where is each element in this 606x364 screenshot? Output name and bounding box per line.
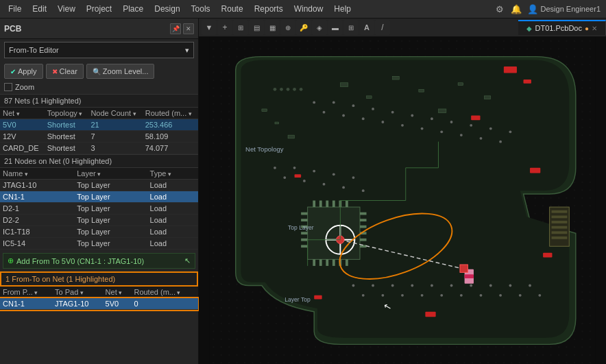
layer-col-header[interactable]: Layer [74,168,147,180]
table-row[interactable]: D2-2 Top Layer Load [0,215,198,226]
pin-button[interactable]: 📌 [170,23,181,34]
settings-icon[interactable]: ⚙ [492,1,508,17]
tab-close-button[interactable]: ✕ [592,25,597,32]
grid-icon[interactable]: ⊞ [233,20,248,35]
zoom-checkbox[interactable] [4,83,12,91]
pcbdoc-tab[interactable]: ◆ DT01.PcbDoc ● ✕ [518,20,606,35]
menu-item-tools[interactable]: Tools [186,2,216,16]
svg-point-74 [499,294,502,297]
svg-rect-18 [262,109,267,112]
layer-cell: Top Layer [74,215,147,226]
svg-rect-85 [301,245,308,247]
fromp-col-header[interactable]: From P... [0,287,52,298]
layer-cell: Top Layer [74,203,147,215]
pcb-canvas[interactable]: ↖ Net Topology Top Layer Layer Top [199,37,606,364]
table-row[interactable]: 5V0 Shortest 21 253.466 [0,119,198,131]
topad-col-header[interactable]: To Pad [52,287,103,298]
table-row[interactable]: IC1-T18 Top Layer Load [0,226,198,238]
clear-button[interactable]: ✖ Clear [46,64,84,79]
filter-icon[interactable]: ▼ [202,20,217,35]
svg-point-65 [411,284,413,287]
svg-point-28 [313,101,315,104]
square-icon[interactable]: ◈ [312,20,327,35]
text-icon[interactable]: A [359,20,374,35]
layer-cell: Top Layer [74,191,147,203]
svg-point-44 [470,124,472,127]
menu-item-window[interactable]: Window [289,2,329,16]
svg-rect-99 [319,259,322,266]
table-row[interactable]: JTAG1-10 Top Layer Load [0,180,198,191]
menu-item-help[interactable]: Help [328,2,356,16]
nodecount-cell: 21 [88,119,142,131]
key-icon[interactable]: 🔑 [296,20,311,35]
svg-point-66 [421,294,424,297]
svg-point-58 [362,189,365,192]
grid2-icon[interactable]: ⊞ [343,20,359,35]
svg-rect-25 [438,109,446,113]
add-fromto-button[interactable]: ⊕ Add From To 5V0 (CN1-1 : JTAG1-10) ↖ [3,253,195,269]
line-icon[interactable]: / [375,20,390,35]
table-row[interactable]: IC5-14 Top Layer Load [0,238,198,250]
table-row[interactable]: IC6-5 Top Layer Load [0,250,198,251]
svg-point-68 [440,294,443,297]
svg-rect-81 [301,219,308,221]
clear-icon: ✖ [52,68,58,75]
svg-rect-5 [471,115,480,120]
editor-dropdown[interactable]: From-To Editor ▾ [4,42,194,58]
route-icon[interactable]: ⊕ [280,20,295,35]
svg-rect-22 [367,96,372,99]
measure-icon[interactable]: ▬ [328,20,343,35]
user-icon[interactable]: 👤 [524,1,541,17]
panel-controls: 📌 ✕ [170,23,194,34]
type-cell: Load [147,238,198,250]
topad-cell: JTAG1-10 [52,298,103,310]
name-cell: CN1-1 [0,191,74,203]
net-col-header2[interactable]: Net [103,287,132,298]
routed-col-header[interactable]: Routed (m... [143,108,198,119]
svg-point-55 [332,173,335,175]
menu-item-file[interactable]: File [3,2,27,16]
apply-button[interactable]: ✔ Apply [4,64,43,79]
svg-rect-110 [552,236,568,239]
net-col-header[interactable]: Net [0,108,45,119]
table-row[interactable]: 12V Shortest 7 58.109 [0,131,198,143]
zoom-checkbox-label: Zoom [15,83,34,91]
notification-icon[interactable]: 🔔 [508,1,524,17]
name-col-header[interactable]: Name [0,168,74,180]
nodecount-col-header[interactable]: Node Count [88,108,142,119]
fromto-section: 1 From-To on Net (1 Highlighted) From P.… [0,271,198,310]
table-row[interactable]: D2-1 Top Layer Load [0,203,198,215]
menu-item-design[interactable]: Design [149,2,185,16]
net-cell: CARD_DE [0,143,45,154]
user-label: Design Engineer1 [541,5,601,13]
table-row[interactable]: CARD_DE Shortest 3 74.077 [0,143,198,154]
menu-item-edit[interactable]: Edit [27,2,52,16]
menu-item-project[interactable]: Project [81,2,117,16]
routed2-col-header[interactable]: Routed (m... [131,287,198,298]
svg-point-39 [421,128,424,130]
svg-rect-80 [301,213,308,215]
svg-point-48 [509,130,512,133]
table-row[interactable]: CN1-1 Top Layer Load [0,191,198,203]
nets-table-container[interactable]: Net Topology Node Count Routed (m... 5V0… [0,108,198,154]
menu-item-reports[interactable]: Reports [249,2,289,16]
svg-text:Layer Top: Layer Top [284,296,311,303]
menu-item-view[interactable]: View [52,2,81,16]
table-icon[interactable]: ▤ [249,20,264,35]
svg-point-54 [323,183,326,186]
svg-rect-4 [523,80,531,84]
chart-icon[interactable]: ▦ [265,20,280,35]
svg-point-64 [401,294,404,297]
menu-item-place[interactable]: Place [117,2,149,16]
menu-item-route[interactable]: Route [216,2,249,16]
pcb-svg: ↖ Net Topology Top Layer Layer Top [199,37,606,364]
table-row[interactable]: CN1-1 JTAG1-10 5V0 0 [0,298,198,310]
add-icon[interactable]: + [217,20,232,35]
svg-point-75 [509,284,512,287]
zoom-level-button[interactable]: 🔍 Zoom Level... [86,64,155,79]
close-panel-button[interactable]: ✕ [183,23,194,34]
nodes-table-container[interactable]: Name Layer Type JTAG1-10 Top Layer Load … [0,168,198,250]
type-col-header[interactable]: Type [147,168,198,180]
topology-col-header[interactable]: Topology [45,108,88,119]
svg-point-62 [381,294,384,297]
